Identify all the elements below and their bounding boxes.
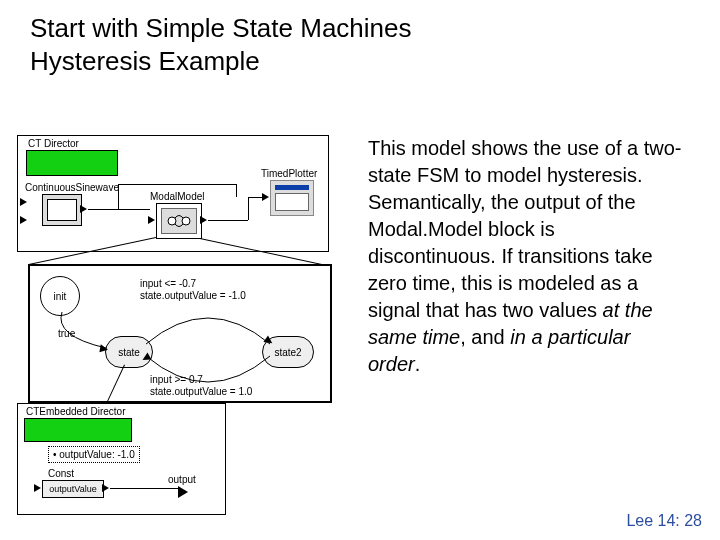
slide-number: Lee 14: 28 bbox=[626, 512, 702, 530]
arrowhead-icon bbox=[99, 344, 108, 353]
state1-label: state bbox=[118, 347, 140, 358]
sinewave-label: ContinuousSinewave bbox=[25, 182, 119, 193]
sinewave-actor bbox=[42, 194, 82, 226]
port-icon bbox=[148, 216, 155, 224]
guard1-b: state.outputValue = -1.0 bbox=[140, 290, 246, 301]
wire bbox=[248, 197, 264, 198]
wire bbox=[118, 184, 119, 209]
fsm-panel: init state state2 true input <= -0.7 sta… bbox=[28, 264, 332, 403]
desc-part3: . bbox=[415, 353, 421, 375]
wire bbox=[88, 209, 150, 210]
top-diagram-panel: CT Director ContinuousSinewave ModalMode… bbox=[17, 135, 329, 252]
top-transition-arc bbox=[138, 304, 278, 354]
port-icon bbox=[20, 198, 27, 206]
plotter-label: TimedPlotter bbox=[261, 168, 317, 179]
refinement-panel: CTEmbedded Director • outputValue: -1.0 … bbox=[17, 403, 226, 515]
const-value: outputValue bbox=[49, 484, 96, 494]
port-icon bbox=[34, 484, 41, 492]
wire bbox=[248, 197, 249, 220]
title-line-1: Start with Simple State Machines bbox=[30, 13, 412, 43]
port-icon bbox=[80, 205, 87, 213]
guard1-a: input <= -0.7 bbox=[140, 278, 196, 289]
output-label: output bbox=[168, 474, 196, 485]
ct-director-label: CT Director bbox=[28, 138, 79, 149]
param-label: outputValue: -1.0 bbox=[59, 449, 134, 460]
init-state-label: init bbox=[54, 291, 67, 302]
port-icon bbox=[20, 216, 27, 224]
modalmodel-label: ModalModel bbox=[150, 191, 204, 202]
modalmodel-icon bbox=[161, 208, 197, 234]
ctembedded-director-block bbox=[24, 418, 132, 442]
svg-point-1 bbox=[182, 217, 190, 225]
plotter-titlebar bbox=[275, 185, 309, 190]
wire bbox=[110, 488, 178, 489]
wire bbox=[118, 184, 236, 185]
const-actor: outputValue bbox=[42, 480, 104, 498]
ct-director-block bbox=[26, 150, 118, 176]
state2-label: state2 bbox=[274, 347, 301, 358]
output-port-icon bbox=[178, 486, 188, 498]
wire bbox=[236, 184, 237, 197]
ctembedded-label: CTEmbedded Director bbox=[26, 406, 125, 417]
sinewave-inner bbox=[47, 199, 77, 221]
guard2-b: state.outputValue = 1.0 bbox=[150, 386, 252, 397]
param-box: • outputValue: -1.0 bbox=[48, 446, 140, 463]
port-icon bbox=[102, 484, 109, 492]
title-line-2: Hysteresis Example bbox=[30, 46, 260, 76]
modalmodel-actor bbox=[156, 203, 202, 239]
description-text: This model shows the use of a two-state … bbox=[368, 135, 688, 378]
slide: Start with Simple State Machines Hystere… bbox=[0, 0, 720, 540]
desc-part1: This model shows the use of a two-state … bbox=[368, 137, 681, 321]
wire bbox=[208, 220, 248, 221]
port-icon bbox=[200, 216, 207, 224]
init-true-label: true bbox=[58, 328, 75, 339]
plotter-screen bbox=[275, 193, 309, 211]
plotter-actor bbox=[270, 180, 314, 216]
const-label: Const bbox=[48, 468, 74, 479]
desc-part2: , and bbox=[460, 326, 510, 348]
svg-point-0 bbox=[168, 217, 176, 225]
slide-title: Start with Simple State Machines Hystere… bbox=[30, 12, 412, 77]
guard2-a: input >= 0.7 bbox=[150, 374, 203, 385]
